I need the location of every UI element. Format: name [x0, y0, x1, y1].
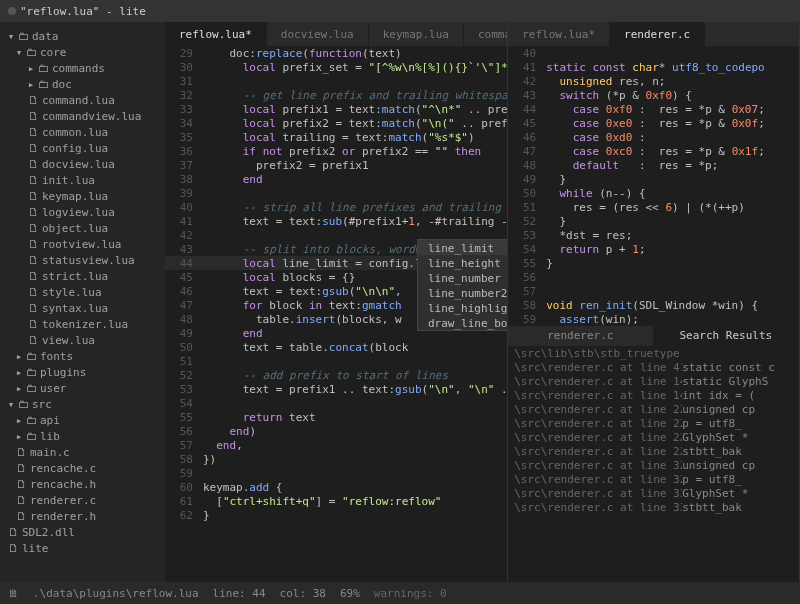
code-line[interactable]: 41static const char* utf8_to_codepo	[508, 60, 799, 74]
tree-file[interactable]: 🗋main.c	[0, 444, 165, 460]
code-line[interactable]: 50 text = table.concat(block	[165, 340, 507, 354]
tab[interactable]: reflow.lua*	[508, 22, 610, 46]
tree-file[interactable]: 🗋object.lua	[0, 220, 165, 236]
autocomplete-item[interactable]: line_number	[418, 270, 507, 285]
tree-file[interactable]: 🗋rencache.h	[0, 476, 165, 492]
search-result[interactable]: \src\renderer.c at line 224 (col 7)p = u…	[508, 416, 799, 430]
code-line[interactable]: 55}	[508, 256, 799, 270]
code-line[interactable]: 54	[165, 396, 507, 410]
search-result[interactable]: \src\renderer.c at line 327 (col 12)unsi…	[508, 458, 799, 472]
search-result[interactable]: \src\renderer.c at line 329 (col 7)p = u…	[508, 472, 799, 486]
search-result[interactable]: \src\renderer.c at line 146 (col 14)int …	[508, 388, 799, 402]
tree-folder[interactable]: ▸🗀api	[0, 412, 165, 428]
tree-file[interactable]: 🗋docview.lua	[0, 156, 165, 172]
tree-file[interactable]: 🗋SDL2.dll	[0, 524, 165, 540]
code-line[interactable]: 56	[508, 270, 799, 284]
code-line[interactable]: 38 end	[165, 172, 507, 186]
code-line[interactable]: 50 while (n--) {	[508, 186, 799, 200]
tree-file[interactable]: 🗋renderer.c	[0, 492, 165, 508]
code-line[interactable]: 41 text = text:sub(#prefix1+1, -#trailin…	[165, 214, 507, 228]
autocomplete-popup[interactable]: line_limitline_heightline_numberline_num…	[417, 239, 507, 331]
code-line[interactable]: 53 *dst = res;	[508, 228, 799, 242]
search-result[interactable]: \src\renderer.c at line 41 (col 28)stati…	[508, 360, 799, 374]
code-line[interactable]: 39	[165, 186, 507, 200]
code-line[interactable]: 49 }	[508, 172, 799, 186]
code-line[interactable]: 46 case 0xd0 :	[508, 130, 799, 144]
left-tabs[interactable]: reflow.lua*docview.luakeymap.luacommand.…	[165, 22, 507, 46]
code-line[interactable]: 57	[508, 284, 799, 298]
search-results[interactable]: \src\lib\stb\stb_truetype.h at line 4003…	[508, 346, 799, 582]
code-line[interactable]: 35 local trailing = text:match("%s*$")	[165, 130, 507, 144]
search-result[interactable]: \src\renderer.c at line 147 (col 8)stati…	[508, 374, 799, 388]
tree-file[interactable]: 🗋lite	[0, 540, 165, 556]
tree-folder[interactable]: ▸🗀doc	[0, 76, 165, 92]
tab[interactable]: command.lua	[464, 22, 508, 46]
code-line[interactable]: 62}	[165, 508, 507, 522]
tree-file[interactable]: 🗋keymap.lua	[0, 188, 165, 204]
tree-file[interactable]: 🗋common.lua	[0, 124, 165, 140]
tree-file[interactable]: 🗋strict.lua	[0, 268, 165, 284]
tree-file[interactable]: 🗋init.lua	[0, 172, 165, 188]
tree-folder[interactable]: ▸🗀user	[0, 380, 165, 396]
code-line[interactable]: 57 end,	[165, 438, 507, 452]
search-result[interactable]: \src\lib\stb\stb_truetype.h at line 4003…	[508, 346, 799, 360]
tree-file[interactable]: 🗋renderer.h	[0, 508, 165, 524]
tab[interactable]: renderer.c	[610, 22, 705, 46]
code-line[interactable]: 37 prefix2 = prefix1	[165, 158, 507, 172]
tree-file[interactable]: 🗋rootview.lua	[0, 236, 165, 252]
tree-folder[interactable]: ▾🗀src	[0, 396, 165, 412]
tree-file[interactable]: 🗋view.lua	[0, 332, 165, 348]
tab[interactable]: docview.lua	[267, 22, 369, 46]
left-editor[interactable]: 29 doc:replace(function(text)30 local pr…	[165, 46, 507, 582]
tree-file[interactable]: 🗋tokenizer.lua	[0, 316, 165, 332]
code-line[interactable]: 59	[165, 466, 507, 480]
search-result[interactable]: \src\renderer.c at line 331 (col 38)stbt…	[508, 500, 799, 514]
tree-folder[interactable]: ▸🗀lib	[0, 428, 165, 444]
bottom-tabs[interactable]: renderer.cSearch Results	[508, 326, 799, 346]
tree-file[interactable]: 🗋config.lua	[0, 140, 165, 156]
tab[interactable]: reflow.lua*	[165, 22, 267, 46]
code-line[interactable]: 32 -- get line prefix and trailing white…	[165, 88, 507, 102]
code-line[interactable]: 52 -- add prefix to start of lines	[165, 368, 507, 382]
code-line[interactable]: 36 if not prefix2 or prefix2 == "" then	[165, 144, 507, 158]
file-tree[interactable]: ▾🗀data▾🗀core▸🗀commands▸🗀doc🗋command.lua🗋…	[0, 22, 165, 582]
tree-file[interactable]: 🗋statusview.lua	[0, 252, 165, 268]
code-line[interactable]: 34 local prefix2 = text:match("\n(" .. p…	[165, 116, 507, 130]
code-line[interactable]: 58void ren_init(SDL_Window *win) {	[508, 298, 799, 312]
code-line[interactable]: 54 return p + 1;	[508, 242, 799, 256]
tree-file[interactable]: 🗋rencache.c	[0, 460, 165, 476]
code-line[interactable]: 58})	[165, 452, 507, 466]
tree-file[interactable]: 🗋command.lua	[0, 92, 165, 108]
search-result[interactable]: \src\renderer.c at line 226 (col 38)stbt…	[508, 444, 799, 458]
tab[interactable]: renderer.c	[508, 326, 653, 346]
tree-folder[interactable]: ▾🗀core	[0, 44, 165, 60]
tree-file[interactable]: 🗋commandview.lua	[0, 108, 165, 124]
code-line[interactable]: 51	[165, 354, 507, 368]
search-result[interactable]: \src\renderer.c at line 225 (col 40)Glyp…	[508, 430, 799, 444]
code-line[interactable]: 56 end)	[165, 424, 507, 438]
code-line[interactable]: 42 unsigned res, n;	[508, 74, 799, 88]
right-tabs[interactable]: reflow.lua*renderer.c	[508, 22, 799, 46]
code-line[interactable]: 43 switch (*p & 0xf0) {	[508, 88, 799, 102]
code-line[interactable]: 52 }	[508, 214, 799, 228]
code-line[interactable]: 61 ["ctrl+shift+q"] = "reflow:reflow"	[165, 494, 507, 508]
search-result[interactable]: \src\renderer.c at line 330 (col 40)Glyp…	[508, 486, 799, 500]
autocomplete-item[interactable]: draw_line_body	[418, 315, 507, 330]
tree-folder[interactable]: ▸🗀plugins	[0, 364, 165, 380]
code-line[interactable]: 44 case 0xf0 : res = *p & 0x07;	[508, 102, 799, 116]
tree-file[interactable]: 🗋logview.lua	[0, 204, 165, 220]
code-line[interactable]: 31	[165, 74, 507, 88]
code-line[interactable]: 33 local prefix1 = text:match("^\n*" .. …	[165, 102, 507, 116]
right-editor[interactable]: 4041static const char* utf8_to_codepo42 …	[508, 46, 799, 326]
tab[interactable]: keymap.lua	[369, 22, 464, 46]
code-line[interactable]: 45 case 0xe0 : res = *p & 0x0f;	[508, 116, 799, 130]
code-line[interactable]: 51 res = (res << 6) | (*(++p)	[508, 200, 799, 214]
tab[interactable]: Search Results	[654, 326, 799, 346]
autocomplete-item[interactable]: line_height	[418, 255, 507, 270]
code-line[interactable]: 40	[508, 46, 799, 60]
tree-file[interactable]: 🗋syntax.lua	[0, 300, 165, 316]
tree-folder[interactable]: ▸🗀commands	[0, 60, 165, 76]
autocomplete-item[interactable]: line_highlight	[418, 300, 507, 315]
code-line[interactable]: 29 doc:replace(function(text)	[165, 46, 507, 60]
tree-folder[interactable]: ▸🗀fonts	[0, 348, 165, 364]
